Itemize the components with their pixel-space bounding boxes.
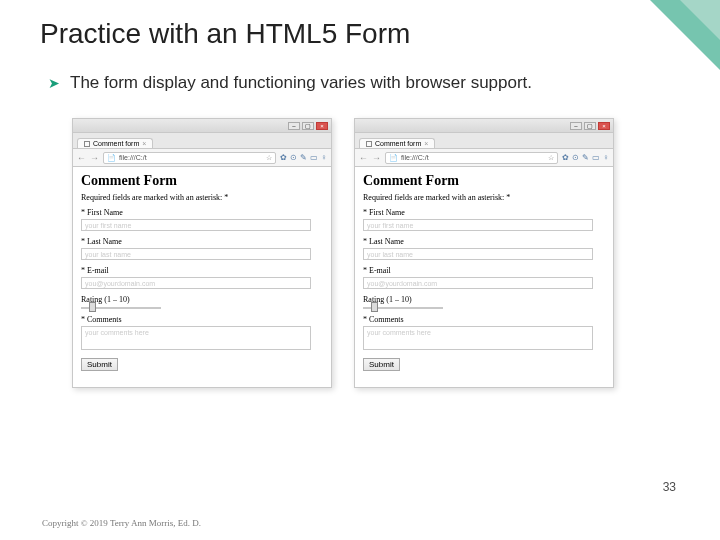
- required-note: Required fields are marked with an aster…: [81, 193, 323, 202]
- tab-strip: Comment form ×: [73, 133, 331, 149]
- toolbar-icons: ✿ ⊙ ✎ ▭ ♀: [280, 153, 327, 162]
- close-icon: ×: [316, 122, 328, 130]
- page-icon: 📄: [389, 154, 398, 162]
- maximize-icon: ▢: [302, 122, 314, 130]
- bullet-arrow-icon: ➤: [48, 75, 60, 91]
- required-note: Required fields are marked with an aster…: [363, 193, 605, 202]
- bullet-item: ➤ The form display and functioning varie…: [0, 50, 720, 94]
- textarea-comments: your comments here: [81, 326, 311, 350]
- maximize-icon: ▢: [584, 122, 596, 130]
- slider-thumb: [89, 302, 96, 312]
- tab-close-icon: ×: [424, 140, 428, 147]
- slider-track: [363, 307, 443, 309]
- toolbar-icons: ✿ ⊙ ✎ ▭ ♀: [562, 153, 609, 162]
- slider-track: [81, 307, 161, 309]
- screenshot-row: – ▢ × Comment form × ← → 📄 file:///C:/t …: [0, 94, 720, 388]
- label-email: * E-mail: [363, 266, 605, 275]
- input-first-name: your first name: [81, 219, 311, 231]
- label-rating: Rating (1 – 10): [81, 295, 323, 304]
- label-comments: * Comments: [81, 315, 323, 324]
- pin-icon: ✎: [300, 153, 307, 162]
- copyright: Copyright © 2019 Terry Ann Morris, Ed. D…: [42, 518, 201, 528]
- pin-icon: ✎: [582, 153, 589, 162]
- page-number: 33: [663, 480, 676, 494]
- globe-icon: ⊙: [572, 153, 579, 162]
- corner-accent-triangle-light: [680, 0, 720, 40]
- url-text: file:///C:/t: [119, 154, 147, 161]
- globe-icon: ⊙: [290, 153, 297, 162]
- gear-icon: ✿: [562, 153, 569, 162]
- label-last-name: * Last Name: [363, 237, 605, 246]
- page-content: Comment Form Required fields are marked …: [73, 167, 331, 387]
- forward-icon: →: [372, 153, 381, 163]
- back-icon: ←: [77, 153, 86, 163]
- submit-button: Submit: [363, 358, 400, 371]
- url-text: file:///C:/t: [401, 154, 429, 161]
- page-content: Comment Form Required fields are marked …: [355, 167, 613, 387]
- browser-screenshot-1: – ▢ × Comment form × ← → 📄 file:///C:/t …: [72, 118, 332, 388]
- input-last-name: your last name: [81, 248, 311, 260]
- label-comments: * Comments: [363, 315, 605, 324]
- browser-tab: Comment form ×: [359, 138, 435, 148]
- close-icon: ×: [598, 122, 610, 130]
- window-titlebar: – ▢ ×: [355, 119, 613, 133]
- input-first-name: your first name: [363, 219, 593, 231]
- input-email: you@yourdomain.com: [81, 277, 311, 289]
- back-icon: ←: [359, 153, 368, 163]
- label-rating: Rating (1 – 10): [363, 295, 605, 304]
- page-icon: 📄: [107, 154, 116, 162]
- browser-screenshot-2: – ▢ × Comment form × ← → 📄 file:///C:/t …: [354, 118, 614, 388]
- rating-slider: [81, 307, 323, 309]
- address-bar: 📄 file:///C:/t ☆: [103, 152, 276, 164]
- minimize-icon: –: [288, 122, 300, 130]
- tab-close-icon: ×: [142, 140, 146, 147]
- browser-tab: Comment form ×: [77, 138, 153, 148]
- browser-toolbar: ← → 📄 file:///C:/t ☆ ✿ ⊙ ✎ ▭ ♀: [73, 149, 331, 167]
- address-bar: 📄 file:///C:/t ☆: [385, 152, 558, 164]
- card-icon: ▭: [310, 153, 318, 162]
- forward-icon: →: [90, 153, 99, 163]
- bullet-text: The form display and functioning varies …: [70, 72, 532, 94]
- bulb-icon: ♀: [603, 153, 609, 162]
- tab-strip: Comment form ×: [355, 133, 613, 149]
- slide-title: Practice with an HTML5 Form: [0, 0, 720, 50]
- favicon-icon: [366, 141, 372, 147]
- minimize-icon: –: [570, 122, 582, 130]
- bulb-icon: ♀: [321, 153, 327, 162]
- tab-title: Comment form: [93, 140, 139, 147]
- textarea-comments: your comments here: [363, 326, 593, 350]
- bookmark-icon: ☆: [266, 154, 272, 162]
- form-heading: Comment Form: [363, 173, 605, 189]
- form-heading: Comment Form: [81, 173, 323, 189]
- label-email: * E-mail: [81, 266, 323, 275]
- gear-icon: ✿: [280, 153, 287, 162]
- slider-thumb: [371, 302, 378, 312]
- bookmark-icon: ☆: [548, 154, 554, 162]
- submit-button: Submit: [81, 358, 118, 371]
- label-first-name: * First Name: [363, 208, 605, 217]
- input-last-name: your last name: [363, 248, 593, 260]
- label-first-name: * First Name: [81, 208, 323, 217]
- window-titlebar: – ▢ ×: [73, 119, 331, 133]
- input-email: you@yourdomain.com: [363, 277, 593, 289]
- card-icon: ▭: [592, 153, 600, 162]
- browser-toolbar: ← → 📄 file:///C:/t ☆ ✿ ⊙ ✎ ▭ ♀: [355, 149, 613, 167]
- tab-title: Comment form: [375, 140, 421, 147]
- favicon-icon: [84, 141, 90, 147]
- label-last-name: * Last Name: [81, 237, 323, 246]
- rating-slider: [363, 307, 605, 309]
